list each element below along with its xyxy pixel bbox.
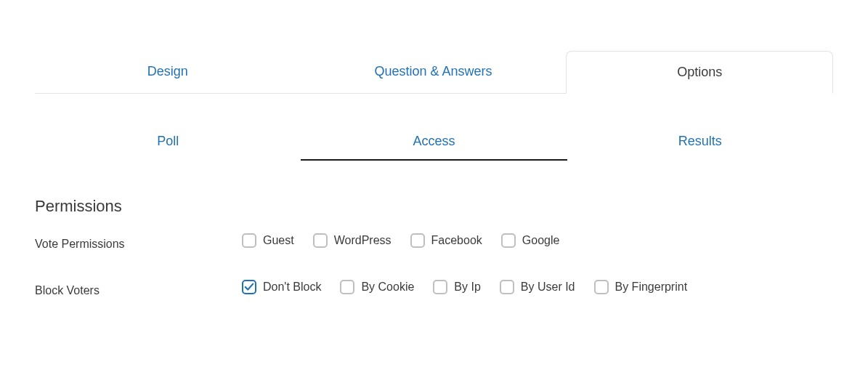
subtab-access[interactable]: Access [301, 134, 567, 161]
checkbox-facebook-label: Facebook [431, 234, 482, 247]
checkbox-wordpress-label: WordPress [334, 234, 392, 247]
checkbox-box-icon [340, 280, 354, 294]
block-voters-label: Block Voters [35, 280, 242, 297]
tab-options[interactable]: Options [566, 51, 833, 94]
checkbox-guest-label: Guest [263, 234, 294, 247]
subtab-results[interactable]: Results [567, 134, 833, 161]
checkbox-by-cookie[interactable]: By Cookie [340, 280, 414, 294]
vote-permissions-group: Guest WordPress Facebook Google [242, 233, 559, 248]
checkbox-wordpress[interactable]: WordPress [313, 233, 392, 248]
checkbox-dont-block-label: Don't Block [263, 281, 321, 294]
checkbox-by-ip-label: By Ip [454, 281, 480, 294]
checkbox-box-icon [242, 233, 256, 248]
checkbox-by-cookie-label: By Cookie [361, 281, 414, 294]
checkbox-google-label: Google [522, 234, 560, 247]
subtab-poll[interactable]: Poll [35, 134, 301, 161]
block-voters-group: Don't Block By Cookie By Ip By User Id [242, 280, 687, 294]
permissions-heading: Permissions [35, 197, 833, 216]
main-tabs: Design Question & Answers Options [35, 51, 833, 94]
checkbox-dont-block[interactable]: Don't Block [242, 280, 321, 294]
checkbox-by-ip[interactable]: By Ip [433, 280, 480, 294]
block-voters-row: Block Voters Don't Block By Cookie By Ip [35, 280, 833, 297]
checkbox-box-icon [313, 233, 328, 248]
checkbox-by-fingerprint[interactable]: By Fingerprint [594, 280, 688, 294]
vote-permissions-label: Vote Permissions [35, 233, 242, 251]
checkbox-by-user-id-label: By User Id [521, 281, 575, 294]
sub-tabs: Poll Access Results [35, 134, 833, 161]
checkbox-facebook[interactable]: Facebook [410, 233, 482, 248]
checkmark-icon [244, 282, 254, 292]
checkbox-box-icon [242, 280, 256, 294]
checkbox-by-fingerprint-label: By Fingerprint [615, 281, 688, 294]
tab-question-answers[interactable]: Question & Answers [301, 51, 567, 93]
checkbox-box-icon [410, 233, 425, 248]
tab-design[interactable]: Design [35, 51, 301, 93]
checkbox-box-icon [501, 233, 516, 248]
checkbox-box-icon [594, 280, 609, 294]
checkbox-box-icon [433, 280, 447, 294]
checkbox-google[interactable]: Google [501, 233, 560, 248]
checkbox-guest[interactable]: Guest [242, 233, 294, 248]
checkbox-box-icon [500, 280, 514, 294]
checkbox-by-user-id[interactable]: By User Id [500, 280, 575, 294]
vote-permissions-row: Vote Permissions Guest WordPress Faceboo… [35, 233, 833, 251]
